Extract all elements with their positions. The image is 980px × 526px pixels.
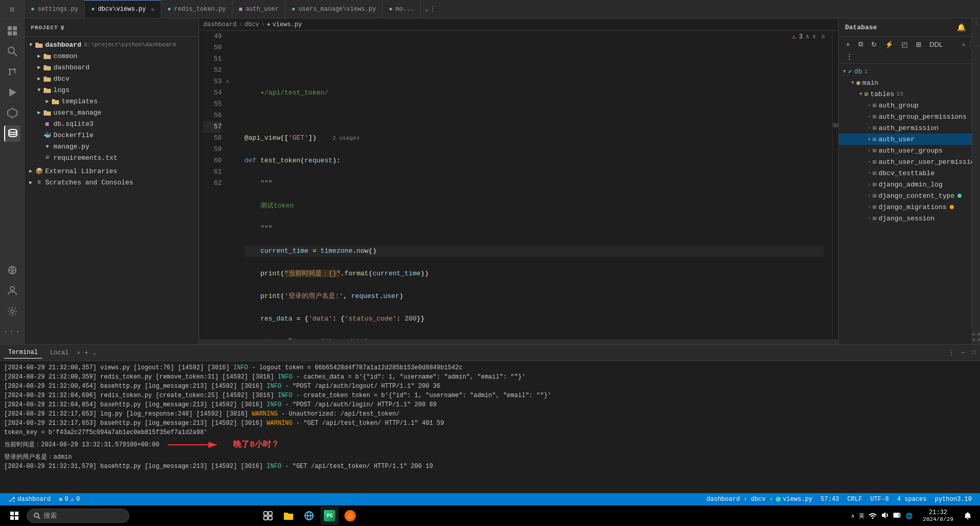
tab-redis-token[interactable]: ● redis_token.py [161, 0, 233, 18]
tree-item-users-manage[interactable]: users_manage [25, 107, 199, 118]
code-editor[interactable]: ⚠ 3 ∧ ∨ ≡ 49 50 51 52 53 54 55 56 [199, 31, 838, 339]
db-schema-btn[interactable]: ◰ [898, 40, 911, 49]
terminal-content[interactable]: [2024-08-29 21:32:00,357] views.py [logo… [0, 361, 980, 493]
db-tree-main[interactable]: ▼ ◉ main [839, 77, 972, 88]
terminal-add-btn[interactable]: + [84, 349, 88, 357]
tab-settings[interactable]: ● settings.py [25, 0, 85, 18]
activity-search[interactable] [4, 43, 21, 60]
tree-item-common[interactable]: common [25, 50, 199, 62]
db-ddl-btn[interactable]: DDL [927, 40, 946, 49]
terminal-maximize-btn[interactable]: □ [972, 349, 976, 356]
tree-item-dockerfile[interactable]: 🐳 Dockerfile [25, 129, 199, 141]
tab-mod[interactable]: ● mo... [382, 0, 420, 18]
tree-item-external-libs[interactable]: 📦 External Libraries [25, 165, 199, 177]
taskbar-wifi-icon[interactable] [869, 511, 877, 521]
db-tree-django-migrations[interactable]: › ⊞ django_migrations [839, 201, 972, 213]
taskbar-clock[interactable]: 21:32 2024/8/29 [919, 509, 957, 522]
db-more-btn[interactable]: ⋮ [843, 51, 856, 61]
status-encoding[interactable]: UTF-8 [866, 496, 893, 503]
db-bell-icon[interactable]: 🔔 [957, 23, 966, 32]
tree-item-logs[interactable]: logs [25, 84, 199, 96]
project-icon[interactable]: ◫ [10, 6, 14, 12]
status-line-ending[interactable]: CRLF [843, 496, 867, 503]
terminal-tab-local[interactable]: Local [46, 347, 73, 359]
tab-dbcv-views[interactable]: ● dbcv\views.py ✕ [85, 0, 161, 18]
tab-users-manage-views[interactable]: ● users_manage\views.py [285, 0, 382, 18]
tree-item-dashboard-sub[interactable]: dashboard [25, 62, 199, 73]
terminal-chevron-btn[interactable]: ⌄ [93, 349, 97, 356]
db-tree-django-session[interactable]: › ⊞ django_session [839, 213, 972, 224]
taskbar-up-arrow[interactable]: ∧ [851, 513, 855, 519]
activity-more[interactable]: ··· [4, 324, 21, 340]
minimap-thumb[interactable] [833, 123, 838, 127]
editor-scrollbar-h[interactable] [199, 339, 838, 344]
terminal-tab-terminal[interactable]: Terminal [4, 347, 42, 359]
terminal-minimize-btn[interactable]: — [962, 349, 965, 356]
taskbar-explorer[interactable] [279, 506, 298, 525]
status-breadcrumb[interactable]: dashboard › dbcv › views.py [702, 496, 816, 503]
taskbar-battery-icon[interactable] [893, 511, 901, 521]
taskbar-taskview[interactable] [259, 506, 277, 525]
warning-up-icon[interactable]: ∧ [805, 33, 809, 41]
taskbar-volume-icon[interactable] [881, 511, 889, 521]
tree-item-manage-py[interactable]: ● manage.py [25, 141, 199, 152]
code-content[interactable]: ✦/api/test_token/ @api_view(['GET']) 2 u… [236, 31, 832, 339]
project-chevron[interactable]: ∨ [60, 23, 65, 32]
activity-remote[interactable] [4, 262, 21, 278]
activity-debug[interactable] [4, 84, 21, 101]
editor-scroll-icon[interactable]: ≡ [821, 33, 825, 41]
db-tree-django-content-type[interactable]: › ⊞ django_content_type [839, 190, 972, 201]
taskbar-notification-btn[interactable] [959, 505, 976, 526]
tree-item-dashboard-root[interactable]: dashboard E:\project\python\dashboard [25, 39, 199, 50]
db-tree-auth-user-user-perm[interactable]: › ⊞ auth_user_user_permission [839, 156, 972, 167]
db-tree-auth-group[interactable]: › ⊞ auth_group [839, 100, 972, 111]
tree-item-requirements-txt[interactable]: ≡ requirements.txt [25, 152, 199, 163]
project-title: Project [31, 25, 58, 31]
db-refresh-btn[interactable]: ↻ [868, 40, 880, 49]
taskbar-network-icon[interactable]: 🌐 [906, 513, 913, 519]
activity-explorer[interactable] [4, 23, 21, 39]
status-language[interactable]: python3.10 [931, 496, 976, 503]
db-forward-btn[interactable]: › [959, 40, 968, 49]
activity-database[interactable] [4, 125, 21, 142]
db-tree-auth-group-perm[interactable]: › ⊞ auth_group_permissions [839, 111, 972, 122]
taskbar-start-button[interactable] [4, 505, 25, 526]
status-position[interactable]: 57:43 [817, 496, 843, 503]
terminal-more-btn[interactable]: ⋮ [948, 349, 954, 356]
db-tree-auth-user[interactable]: › ⊞ auth_user [839, 134, 972, 145]
terminal-line-8: token_key = b'f43a2c27f5c094a7ab1ec0eb81… [4, 428, 976, 437]
db-tree-django-admin-log[interactable]: › ⊞ django_admin_log [839, 179, 972, 190]
db-table-icon-4: ⊞ [873, 136, 876, 143]
tab-dbcv-close[interactable]: ✕ [151, 6, 155, 13]
terminal-close-btn[interactable]: ✕ [77, 349, 81, 356]
status-branch[interactable]: ⎇ dashboard [4, 496, 55, 503]
activity-extensions[interactable] [4, 105, 21, 121]
taskbar-pycharm[interactable]: PC [320, 506, 339, 525]
db-connect-btn[interactable]: ⚡ [882, 40, 896, 49]
tree-item-templates[interactable]: templates [25, 96, 199, 107]
status-errors[interactable]: ⊗ 0 ⚠ 0 [55, 496, 84, 503]
db-tree-db[interactable]: ▼ ✔ db 1 [839, 66, 972, 77]
taskbar-orange-app[interactable]: ◯ [341, 506, 359, 525]
db-tree-tables[interactable]: ▼ ⊞ tables 13 [839, 88, 972, 100]
activity-account[interactable] [4, 283, 21, 299]
taskbar-browser[interactable] [300, 506, 318, 525]
tree-item-dbcv[interactable]: dbcv [25, 73, 199, 84]
status-indent[interactable]: 4 spaces [893, 496, 931, 503]
tree-item-scratches[interactable]: ≡ Scratches and Consoles [25, 177, 199, 188]
activity-git[interactable] [4, 64, 21, 80]
tree-item-db-sqlite3[interactable]: ◼ db.sqlite3 [25, 118, 199, 129]
taskbar-search-bar[interactable]: 搜索 [27, 509, 129, 523]
taskbar-lang-indicator[interactable]: 英 [859, 512, 864, 520]
db-tree-auth-permission[interactable]: › ⊞ auth_permission [839, 122, 972, 134]
svg-point-13 [10, 287, 14, 291]
db-table-btn[interactable]: ⊞ [913, 40, 925, 49]
tab-overflow-btn[interactable]: ⌄ ⋮ [421, 0, 440, 18]
db-add-btn[interactable]: + [843, 40, 853, 49]
tab-auth-user[interactable]: ◼ auth_user [233, 0, 285, 18]
warning-down-icon[interactable]: ∨ [813, 33, 816, 41]
db-copy-btn[interactable]: ⧉ [855, 39, 866, 49]
activity-settings[interactable] [4, 303, 21, 320]
db-tree-dbcv-testtable[interactable]: › ⊞ dbcv_testtable [839, 167, 972, 179]
db-tree-auth-user-groups[interactable]: › ⊞ auth_user_groups [839, 145, 972, 156]
